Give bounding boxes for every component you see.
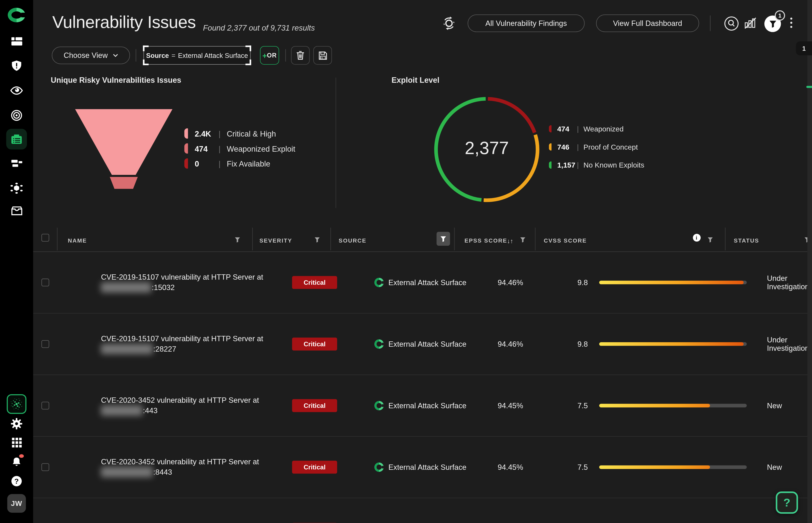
row-checkbox[interactable] (41, 340, 49, 348)
row-checkbox[interactable] (41, 278, 49, 286)
view-full-dashboard-button[interactable]: View Full Dashboard (596, 15, 699, 32)
cvss-score: 7.5 (577, 401, 588, 410)
help-floating-button[interactable]: ? (776, 491, 798, 513)
epss-score: 94.46% (498, 278, 523, 287)
legend-item: 746|Proof of Concept (549, 141, 644, 153)
vulnerability-name[interactable]: CVE-2019-15107 vulnerability at HTTP Ser… (101, 272, 263, 292)
info-icon[interactable]: i (693, 234, 701, 241)
filter-icon (440, 236, 446, 242)
search-button[interactable] (724, 16, 739, 31)
filter-icon[interactable] (707, 237, 713, 243)
charts-divider (335, 78, 336, 208)
table-row[interactable]: CVE-2020-3452 vulnerability at HTTP Serv… (33, 437, 812, 498)
column-header-severity[interactable]: SEVERITY (260, 237, 292, 244)
column-header-name[interactable]: NAME (68, 237, 87, 244)
row-checkbox[interactable] (41, 402, 49, 410)
user-avatar[interactable]: JW (7, 494, 26, 512)
epss-score: 94.45% (498, 463, 523, 471)
sidebar-item-help[interactable]: ? (0, 476, 33, 486)
source-cell: External Attack Surface (374, 401, 466, 410)
chip-operator: = (172, 52, 175, 59)
table-row[interactable]: CVE-2019-15107 vulnerability at HTTP Ser… (33, 313, 812, 375)
results-count: Found 2,377 out of 9,731 results (203, 23, 315, 32)
scan-spinner-icon (10, 397, 23, 411)
gear-icon (11, 418, 22, 430)
sidebar-item-risk[interactable] (0, 60, 33, 71)
side-panel-tab[interactable]: 1 (796, 41, 812, 55)
sync-icon (441, 16, 457, 31)
row-checkbox[interactable] (41, 463, 49, 471)
sort-icon[interactable]: ↓↑ (507, 237, 513, 245)
toggle-charts-button[interactable] (744, 17, 757, 30)
choose-view-label: Choose View (64, 51, 108, 59)
save-floppy-icon (318, 51, 327, 60)
cvss-score: 9.8 (577, 340, 588, 348)
table-header: NAME SEVERITY SOURCE EPSS SCORE ↓↑ CVSS … (33, 226, 812, 252)
source-label: External Attack Surface (388, 278, 467, 287)
layers-icon (11, 159, 22, 168)
select-all-checkbox[interactable] (41, 234, 49, 241)
more-options-button[interactable] (790, 18, 792, 28)
port: :28227 (153, 345, 176, 353)
status-label: New (767, 463, 782, 471)
column-header-epss[interactable]: EPSS SCORE (465, 237, 507, 244)
sidebar-item-attack-vectors[interactable] (0, 183, 33, 194)
sidebar-item-inventory[interactable] (0, 206, 33, 216)
delete-filters-button[interactable] (291, 46, 310, 65)
column-separator (454, 228, 455, 251)
port: :443 (143, 407, 158, 415)
vulnerability-name[interactable]: CVE-2019-15107 vulnerability at HTTP Ser… (101, 334, 263, 354)
table-row[interactable]: CVE-2019-15107 vulnerability at HTTP Ser… (33, 252, 812, 313)
column-header-source[interactable]: SOURCE (339, 237, 366, 244)
sidebar-item-settings[interactable] (0, 418, 33, 430)
source-label: External Attack Surface (388, 401, 467, 410)
severity-badge: Critical (292, 399, 337, 412)
shield-alert-icon (12, 60, 22, 71)
filter-icon[interactable] (520, 237, 525, 243)
add-or-filter-button[interactable]: +OR (260, 46, 279, 65)
source-filter-active-button[interactable] (437, 232, 450, 246)
sidebar-item-assets[interactable] (0, 159, 33, 168)
column-header-cvss[interactable]: CVSS SCORE (544, 237, 587, 244)
pentera-logo-icon[interactable] (0, 7, 33, 23)
sidebar-item-targets[interactable] (0, 110, 33, 121)
filter-icon[interactable] (314, 237, 320, 243)
sidebar-item-visibility[interactable] (0, 86, 33, 95)
filter-icon[interactable] (235, 237, 240, 243)
scrollbar-track[interactable] (807, 0, 812, 523)
refresh-button[interactable] (441, 16, 457, 31)
sidebar-item-notifications[interactable] (0, 456, 33, 469)
sidebar-item-findings-active[interactable] (6, 129, 27, 150)
cvss-bar-fill (599, 404, 710, 408)
filter-count-badge: 1 (775, 11, 785, 21)
source-cell: External Attack Surface (374, 339, 466, 349)
sidebar-item-scan-activity[interactable] (7, 394, 26, 414)
bracket (143, 46, 149, 51)
cvss-score: 9.8 (577, 278, 588, 287)
column-separator (252, 228, 253, 251)
source-label: External Attack Surface (388, 463, 467, 471)
exploit-panel-title: Exploit Level (392, 76, 439, 84)
column-separator (330, 228, 331, 251)
funnel-chart (72, 106, 176, 192)
column-header-status[interactable]: STATUS (734, 237, 759, 244)
source-logo-icon (374, 278, 384, 287)
choose-view-dropdown[interactable]: Choose View (52, 47, 130, 64)
table-row[interactable]: CVE-2020-3452 vulnerability at HTTP Serv… (33, 498, 812, 523)
sidebar-item-apps[interactable] (0, 438, 33, 447)
table-row[interactable]: CVE-2020-3452 vulnerability at HTTP Serv… (33, 375, 812, 437)
save-view-button[interactable] (313, 46, 332, 65)
filter-chip-source[interactable]: Source = External Attack Surface (143, 46, 250, 65)
sidebar-item-dashboard[interactable] (0, 36, 33, 47)
vulnerability-name[interactable]: CVE-2020-3452 vulnerability at HTTP Serv… (101, 396, 259, 416)
notification-dot (19, 454, 24, 458)
apps-grid-icon (12, 438, 21, 447)
question-icon: ? (12, 476, 22, 486)
app-root: ? JW › Vulnerability Issues Found 2,377 … (0, 0, 812, 523)
all-vulnerability-findings-button[interactable]: All Vulnerability Findings (468, 15, 585, 32)
dashboard-icon (11, 36, 22, 47)
button-label: All Vulnerability Findings (485, 19, 567, 28)
vulnerability-name[interactable]: CVE-2020-3452 vulnerability at HTTP Serv… (101, 457, 259, 477)
source-cell: External Attack Surface (374, 463, 466, 472)
funnel-legend: 2.4K|Critical & High 474|Weaponized Expl… (185, 128, 295, 173)
